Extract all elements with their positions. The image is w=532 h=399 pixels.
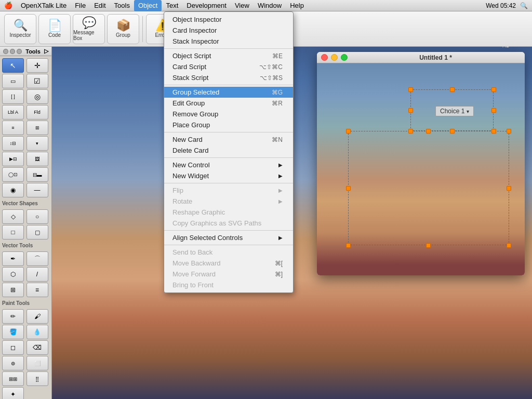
tool-transform[interactable]: ≡ [26, 283, 48, 297]
tool-circle[interactable]: ◉ [2, 183, 24, 197]
tool-list[interactable]: ≡ [2, 121, 24, 135]
menu-file[interactable]: File [71, 0, 90, 11]
toolbar-inspector-button[interactable]: 🔍 Inspector [4, 14, 36, 44]
window-maximize-button[interactable] [341, 54, 348, 61]
menu-place-group[interactable]: Place Group [164, 119, 293, 130]
handle-box1-bot-mid[interactable] [450, 129, 455, 134]
tool-round-rect[interactable]: ▢ [26, 225, 48, 240]
handle-box2-bot-left[interactable] [346, 243, 351, 248]
tool-rectangle[interactable]: ▭ [2, 74, 24, 88]
menu-openxtalk[interactable]: OpenXTalk Lite [17, 0, 71, 11]
menu-stack-script[interactable]: Stack Script ⌥⇧⌘S [164, 72, 293, 83]
tool-stamp[interactable]: ⌫ [26, 340, 48, 355]
tool-eraser[interactable]: ◻ [2, 340, 24, 355]
tool-radio[interactable]: ◎ [26, 89, 48, 104]
tool-pen[interactable]: ✒ [2, 251, 24, 266]
handle-box1-top-right[interactable] [491, 87, 496, 92]
tool-table[interactable]: ⊞ [26, 121, 48, 135]
menu-group-selected[interactable]: Group Selected ⌘G [164, 87, 293, 98]
toolbar-group-button[interactable]: 📦 Group [107, 14, 139, 44]
tool-button[interactable]: [ ] [2, 89, 24, 104]
menu-remove-group[interactable]: Remove Group [164, 109, 293, 119]
handle-box1-mid-right[interactable] [491, 108, 496, 113]
menu-window[interactable]: Window [254, 0, 286, 11]
menu-bring-to-front[interactable]: Bring to Front [164, 280, 293, 290]
tools-zoom-btn[interactable] [17, 49, 22, 54]
menu-tools[interactable]: Tools [110, 0, 134, 11]
tool-grid-align[interactable]: ⊞⊞ [2, 371, 24, 386]
menu-text[interactable]: Text [162, 0, 182, 11]
tool-line-draw[interactable]: / [26, 267, 48, 282]
menu-new-widget[interactable]: New Widget [164, 170, 293, 181]
menu-development[interactable]: Development [182, 0, 231, 11]
menu-new-card[interactable]: New Card ⌘N [164, 134, 293, 145]
handle-box2-top-left[interactable] [346, 129, 351, 134]
tool-lasso[interactable]: ⊚ [2, 356, 24, 370]
handle-box2-top-mid[interactable] [426, 129, 431, 134]
tool-paint-bucket[interactable]: 🪣 [2, 325, 24, 339]
tool-oval[interactable]: ○ [26, 209, 48, 224]
window-close-button[interactable] [321, 54, 328, 61]
handle-box2-mid-right[interactable] [507, 186, 511, 191]
tool-brush[interactable]: 🖌 [26, 309, 48, 324]
menu-card-script[interactable]: Card Script ⌥⇧⌘C [164, 61, 293, 72]
menu-rotate[interactable]: Rotate [164, 196, 293, 207]
menu-delete-card[interactable]: Delete Card [164, 145, 293, 156]
handle-box2-bot-mid[interactable] [426, 243, 431, 248]
tool-polygon[interactable]: ⬡ [2, 267, 24, 282]
toolbar-messagebox-button[interactable]: 💬 Message Box [73, 14, 105, 44]
tool-curve[interactable]: ⌒ [26, 251, 48, 266]
menu-send-to-back[interactable]: Send to Back [164, 247, 293, 258]
handle-box2-top-right[interactable] [507, 129, 511, 134]
tool-move[interactable]: ⊞ [2, 283, 24, 297]
menu-new-control[interactable]: New Control [164, 159, 293, 170]
tool-pencil[interactable]: ✏ [2, 309, 24, 324]
menu-align-selected[interactable]: Align Selected Controls [164, 232, 293, 243]
tool-label[interactable]: Lbl A [2, 105, 24, 119]
tools-expand-icon[interactable]: ▷ [44, 48, 48, 55]
window-content[interactable]: Choice 1 ▾ [317, 63, 525, 275]
menu-card-inspector[interactable]: Card Inspector [164, 25, 293, 36]
tool-graphic[interactable]: ◯⊡ [2, 167, 24, 182]
tools-close-btn[interactable] [3, 49, 8, 54]
tool-player[interactable]: ▶⊟ [2, 152, 24, 166]
handle-box2-mid-left[interactable] [346, 186, 351, 191]
tool-spray[interactable]: ✦ [2, 387, 24, 399]
handle-box1-top-mid[interactable] [450, 87, 455, 92]
menu-view[interactable]: View [231, 0, 254, 11]
menu-help[interactable]: Help [286, 0, 308, 11]
menu-copy-graphics[interactable]: Copy Graphics as SVG Paths [164, 218, 293, 229]
apple-menu[interactable]: 🍎 [0, 0, 17, 11]
menu-stack-inspector[interactable]: Stack Inspector [164, 36, 293, 47]
tool-slider[interactable]: ⊟▬ [26, 167, 48, 182]
handle-box1-mid-left[interactable] [408, 108, 413, 113]
tool-rect-shape[interactable]: □ [2, 225, 24, 240]
tool-combo[interactable]: ▾ [26, 136, 48, 151]
menu-reshape-graphic[interactable]: Reshape Graphic [164, 207, 293, 218]
handle-box1-top-left[interactable] [408, 87, 413, 92]
menu-object-inspector[interactable]: Object Inspector [164, 14, 293, 25]
toolbar-code-button[interactable]: 📄 Code [38, 14, 71, 44]
tool-crosshair[interactable]: ✛ [26, 58, 48, 73]
menu-flip[interactable]: Flip [164, 185, 293, 196]
tool-dropper[interactable]: 💧 [26, 325, 48, 339]
tool-diamond[interactable]: ◇ [2, 209, 24, 224]
tool-image[interactable]: 🖼 [26, 152, 48, 166]
menu-edit-group[interactable]: Edit Group ⌘R [164, 98, 293, 109]
handle-box1-bot-left[interactable] [408, 129, 413, 134]
tool-select-rect[interactable]: ⬜ [26, 356, 48, 370]
tool-dots[interactable]: ⣿ [26, 371, 48, 386]
tool-pointer[interactable]: ↖ [2, 58, 24, 73]
menu-object[interactable]: Object [134, 0, 162, 11]
tool-line[interactable]: — [26, 183, 48, 197]
menubar-search-icon[interactable]: 🔍 [520, 2, 528, 9]
menu-edit[interactable]: Edit [90, 0, 110, 11]
menu-move-backward[interactable]: Move Backward ⌘[ [164, 258, 293, 269]
handle-box2-bot-right[interactable] [507, 243, 511, 248]
window-minimize-button[interactable] [331, 54, 338, 61]
tool-scrollbar[interactable]: ↕⊟ [2, 136, 24, 151]
tool-checkbox[interactable]: ☑ [26, 74, 48, 88]
menu-object-script[interactable]: Object Script ⌘E [164, 50, 293, 61]
handle-box1-bot-right[interactable] [491, 129, 496, 134]
menu-move-forward[interactable]: Move Forward ⌘] [164, 269, 293, 280]
